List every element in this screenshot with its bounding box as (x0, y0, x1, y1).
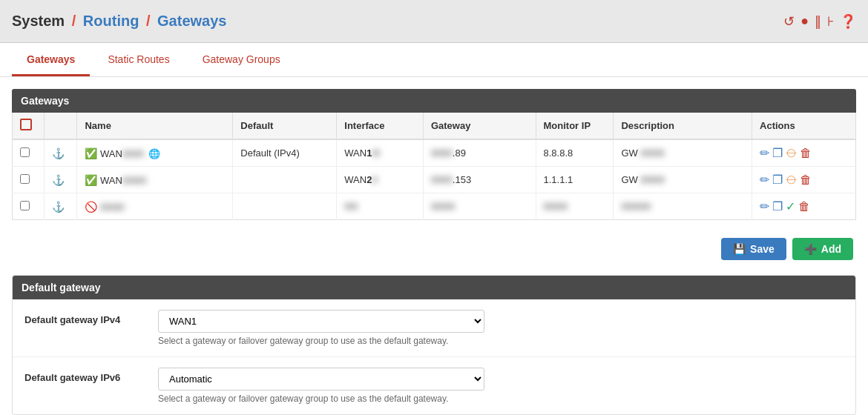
sep2: / (146, 13, 154, 29)
row3-checkbox-cell (13, 193, 45, 220)
table-icon[interactable]: ⊦ (827, 13, 834, 30)
row3-interface-cell: IIIII (337, 193, 424, 220)
row2-monitor-ip: 1.1.1.1 (544, 174, 573, 185)
row2-checkbox-cell (13, 167, 45, 193)
sep1: / (72, 13, 80, 29)
row3-gw-blurred: IIIIIIIII (431, 201, 456, 212)
row1-edit-icon[interactable]: ✏ (760, 146, 769, 160)
row3-copy-icon[interactable]: ❐ (772, 199, 783, 213)
select-all-checkbox[interactable] (20, 119, 32, 130)
ipv6-select[interactable]: Automatic WAN1 WAN2 (158, 368, 484, 391)
chart-icon[interactable]: ‖ (815, 13, 821, 30)
row1-status-cell: ⚓ (45, 139, 77, 167)
breadcrumb-gateways: Gateways (157, 13, 226, 29)
ipv6-form-row: Default gateway IPv6 Automatic WAN1 WAN2… (13, 357, 855, 414)
ipv4-select[interactable]: WAN1 WAN2 Automatic (158, 310, 484, 333)
row2-desc: GW IIIIIIIII (621, 174, 665, 185)
table-row: ⚓ ✅ WANIIIIIIIII WAN2II IIIIIIII.153 1.1… (13, 167, 856, 193)
header-default: Default (233, 113, 337, 139)
gateways-table: Name Default Interface Gateway Monitor I… (12, 113, 856, 220)
add-button[interactable]: ➕ Add (792, 238, 853, 260)
row1-interface-cell: WAN1III (337, 139, 424, 167)
ipv6-control-wrap: Automatic WAN1 WAN2 Select a gateway or … (158, 368, 844, 404)
row3-status-cell: ⚓ (45, 193, 77, 220)
row3-name-cell: 🚫 IIIIIIIII (77, 193, 233, 220)
row2-interface-cell: WAN2II (337, 167, 424, 193)
breadcrumb-system: System (12, 13, 65, 29)
header: System / Routing / Gateways ↺ ● ‖ ⊦ ❓ (0, 0, 868, 43)
row2-checkbox[interactable] (20, 174, 30, 184)
row1-action-icons: ✏ ❐ ⦵ 🗑 (760, 146, 848, 160)
row1-name-cell: ✅ WANIIIIIIII 🌐 (77, 139, 233, 167)
row1-name-blurred: IIIIIIII (122, 148, 144, 159)
row2-desc-cell: GW IIIIIIIII (614, 167, 752, 193)
row2-desc-blurred: IIIIIIIII (640, 174, 665, 185)
tab-static-routes[interactable]: Static Routes (93, 43, 184, 76)
row3-anchor-icon: ⚓ (52, 201, 65, 213)
row3-default-cell (233, 193, 337, 220)
row1-globe-icon: 🌐 (148, 148, 160, 159)
row1-delete-icon[interactable]: 🗑 (800, 147, 812, 160)
ipv4-form-row: Default gateway IPv4 WAN1 WAN2 Automatic… (13, 299, 855, 357)
row1-gateway-cell: IIIIIIII.89 (423, 139, 536, 167)
default-gateway-section: Default gateway Default gateway IPv4 WAN… (12, 275, 856, 415)
row2-name-blurred: IIIIIIIII (122, 175, 147, 186)
row2-interface: WAN2II (344, 174, 377, 185)
row2-iface-blurred: II (372, 174, 377, 185)
row1-default-cell: Default (IPv4) (233, 139, 337, 167)
row2-copy-icon[interactable]: ❐ (772, 173, 783, 187)
ipv4-help-text: Select a gateway or failover gateway gro… (158, 336, 844, 346)
row2-actions-cell: ✏ ❐ ⦵ 🗑 (752, 167, 856, 193)
row1-monitor-ip: 8.8.8.8 (544, 147, 573, 159)
row1-copy-icon[interactable]: ❐ (772, 146, 783, 160)
row1-interface: WAN1III (344, 147, 380, 159)
tabs: Gateways Static Routes Gateway Groups (0, 43, 868, 77)
help-icon[interactable]: ❓ (840, 13, 856, 30)
row2-edit-icon[interactable]: ✏ (760, 173, 769, 187)
table-actions: 💾 Save ➕ Add (12, 232, 856, 269)
save-button[interactable]: 💾 Save (721, 238, 786, 260)
table-row: ⚓ ✅ WANIIIIIIII 🌐 Default (IPv4) WAN1III… (13, 139, 856, 167)
row2-monitor-cell: 1.1.1.1 (536, 167, 614, 193)
header-gateway: Gateway (423, 113, 536, 139)
ipv4-label: Default gateway IPv4 (24, 310, 158, 325)
row2-gw-blurred: IIIIIIII (431, 174, 453, 185)
row1-desc-blurred: IIIIIIIII (640, 147, 665, 159)
ipv4-control-wrap: WAN1 WAN2 Automatic Select a gateway or … (158, 310, 844, 346)
row1-checkbox[interactable] (20, 147, 30, 157)
refresh-icon[interactable]: ↺ (783, 13, 795, 30)
header-description: Description (614, 113, 752, 139)
row3-desc-cell: IIIIIIIIIII (614, 193, 752, 220)
row3-enable-icon[interactable]: ✓ (786, 199, 795, 213)
row2-disable-icon[interactable]: ⦵ (786, 173, 797, 187)
header-interface: Interface (337, 113, 424, 139)
row3-gateway-cell: IIIIIIIII (423, 193, 536, 220)
row2-delete-icon[interactable]: 🗑 (800, 173, 812, 187)
header-monitor-ip: Monitor IP (536, 113, 614, 139)
row1-disable-icon[interactable]: ⦵ (786, 147, 797, 160)
row2-action-icons: ✏ ❐ ⦵ 🗑 (760, 173, 848, 187)
row2-gateway-cell: IIIIIIII.153 (423, 167, 536, 193)
header-checkbox-cell (13, 113, 45, 139)
row3-edit-icon[interactable]: ✏ (760, 199, 769, 213)
breadcrumb: System / Routing / Gateways (12, 13, 226, 30)
row2-status-cell: ⚓ (45, 167, 77, 193)
row3-delete-icon[interactable]: 🗑 (798, 200, 810, 213)
row3-name: IIIIIIIII (100, 202, 125, 213)
row3-desc-blurred: IIIIIIIIIII (621, 201, 651, 212)
tab-gateway-groups[interactable]: Gateway Groups (188, 43, 295, 76)
save-icon: 💾 (733, 243, 746, 255)
header-status-cell (45, 113, 77, 139)
row2-default-cell (233, 167, 337, 193)
header-icons: ↺ ● ‖ ⊦ ❓ (783, 13, 856, 30)
row3-checkbox[interactable] (20, 201, 30, 210)
table-header-row: Name Default Interface Gateway Monitor I… (13, 113, 856, 139)
row3-status-icon: 🚫 (85, 201, 97, 213)
breadcrumb-routing[interactable]: Routing (83, 13, 139, 29)
table-row: ⚓ 🚫 IIIIIIIII IIIII IIIIIIIII IIIIIIIII (13, 193, 856, 220)
row1-desc: GW IIIIIIIII (621, 147, 665, 159)
tab-gateways[interactable]: Gateways (12, 43, 90, 76)
record-icon[interactable]: ● (800, 13, 809, 29)
default-gateway-header: Default gateway (13, 276, 855, 299)
row1-actions-cell: ✏ ❐ ⦵ 🗑 (752, 139, 856, 167)
